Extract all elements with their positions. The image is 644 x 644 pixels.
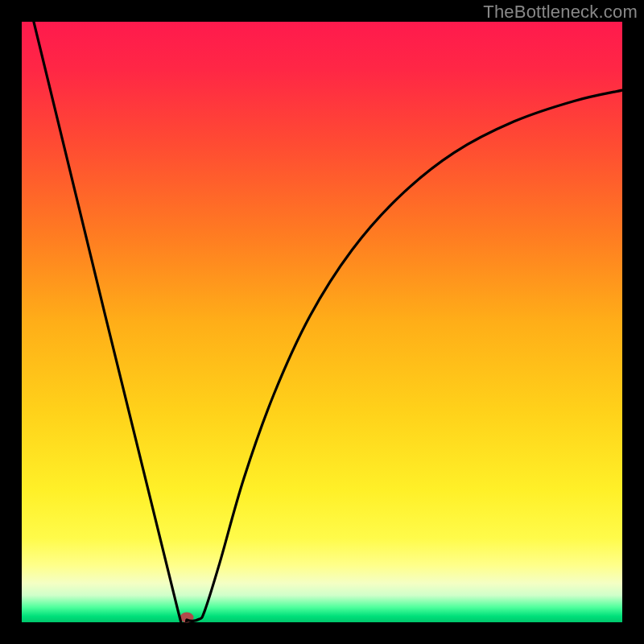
bottleneck-curve xyxy=(22,22,622,622)
watermark-text: TheBottleneck.com xyxy=(483,2,638,23)
plot-area xyxy=(22,22,622,622)
chart-container: TheBottleneck.com xyxy=(0,0,644,644)
